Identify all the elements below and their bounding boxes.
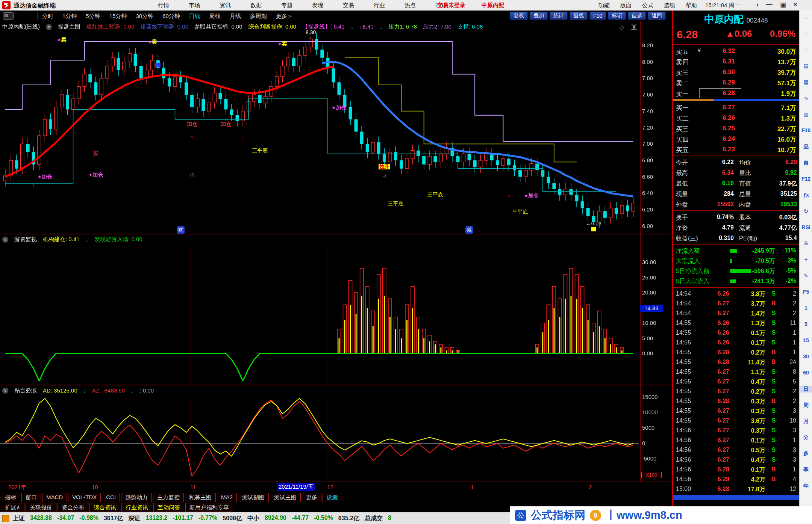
toolbar-button-标记[interactable]: 标记 [608, 12, 626, 20]
toolbar-button-复权[interactable]: 复权 [510, 12, 528, 20]
period-60[interactable]: 60 [800, 370, 812, 376]
refresh-icon[interactable]: ↻ [800, 208, 812, 214]
indicator-tab-VOL-TDX[interactable]: VOL-TDX [68, 493, 101, 502]
top-menu-item[interactable]: 选项 [664, 2, 675, 9]
indicator-tab-设置[interactable]: 设置 [323, 493, 342, 502]
market-icon[interactable] [2, 515, 9, 522]
top-menu-item[interactable]: 发现 [312, 2, 323, 9]
indicator-tab-CCI[interactable]: CCI [102, 493, 120, 502]
layout-icon[interactable] [3, 12, 14, 20]
indicator-tab-趋势动力[interactable]: 趋势动力 [121, 493, 152, 502]
ask-row[interactable]: 卖五¥6.3230.0万 [673, 46, 799, 56]
period-tab-1分钟[interactable]: 1分钟 [62, 13, 77, 20]
period-day[interactable]: 日 [800, 386, 812, 393]
panel-scroll-strip[interactable] [673, 495, 799, 500]
info-tab-关联报价[interactable]: 关联报价 [26, 503, 56, 512]
edit-icon[interactable]: ✎ [800, 273, 812, 279]
toolbar-button-F10[interactable]: F10 [589, 12, 606, 20]
top-menu-item[interactable]: 热点 [404, 2, 416, 9]
bid-row[interactable]: 买三6.2522.7万 [673, 123, 799, 134]
toolbar-button-叠加[interactable]: 叠加 [530, 12, 548, 20]
indicator-tab-私募主图[interactable]: 私募主图 [185, 493, 216, 502]
block-icon[interactable]: 品 [800, 143, 812, 150]
f10-button[interactable]: F10 [800, 127, 812, 133]
tick-row[interactable]: 14:556.280.2万B1 [673, 348, 799, 358]
period-tab-月线[interactable]: 月线 [230, 13, 241, 20]
diamond-icon[interactable]: ◇ [620, 24, 624, 31]
matrix-icon[interactable]: ▦ [800, 79, 812, 85]
period-week[interactable]: 周 [800, 402, 812, 409]
minimize-button[interactable]: — [766, 1, 773, 9]
tick-row[interactable]: 14:556.271.1万S8 [673, 367, 799, 377]
back-icon[interactable]: ← [800, 14, 812, 20]
ask-row[interactable]: 卖一6.281.9万 [673, 88, 799, 98]
up-icon[interactable]: ↑ [800, 30, 812, 36]
tick-row[interactable]: 14:566.270.5万S3 [673, 445, 799, 455]
bid-row[interactable]: 买二6.261.3万 [673, 113, 799, 123]
tick-row[interactable]: 14:556.2811.4万B24 [673, 358, 799, 367]
info-tab-互动问答[interactable]: 互动问答 [153, 503, 184, 512]
top-menu-item[interactable]: 帮助 [686, 2, 697, 9]
top-menu-item[interactable]: 数据 [250, 2, 262, 9]
active-stock-label[interactable]: 中原内配 [482, 2, 504, 9]
chart-canvas[interactable] [0, 21, 671, 492]
f5-button[interactable]: F5 [800, 289, 812, 295]
indicator-tab-主力监控[interactable]: 主力监控 [153, 493, 184, 502]
trend-icon[interactable]: ∿ [800, 95, 812, 101]
toolbar-button-返回[interactable]: 返回 [648, 12, 666, 20]
indicator-tab-测试副图[interactable]: 测试副图 [238, 493, 269, 502]
info-tab-行业资讯[interactable]: 行业资讯 [121, 503, 152, 512]
ask-row[interactable]: 卖四6.3113.7万 [673, 56, 799, 67]
info-tab-综合资讯[interactable]: 综合资讯 [89, 503, 120, 512]
info-tab-扩展∧[interactable]: 扩展∧ [1, 503, 24, 512]
period-15[interactable]: 15 [800, 337, 812, 343]
period-5[interactable]: 5 [800, 321, 812, 327]
rsi-button[interactable]: RSI [800, 224, 812, 230]
custom-button[interactable]: 自 [800, 160, 812, 166]
report-icon[interactable]: ▤ [800, 63, 812, 69]
tick-row[interactable]: 14:556.280.3万B2 [673, 397, 799, 406]
period-tab-5分钟[interactable]: 5分钟 [86, 13, 100, 20]
indicator-tab-MA2[interactable]: MA2 [217, 493, 237, 502]
top-menu-item[interactable]: 市场 [189, 2, 200, 9]
period-tab-日线[interactable]: 日线 [189, 13, 200, 20]
index-name[interactable]: 上证 [13, 515, 25, 522]
indicator-tab-测试主图[interactable]: 测试主图 [270, 493, 301, 502]
indicator-tab-指标[interactable]: 指标 [1, 493, 20, 502]
period-month[interactable]: 月 [800, 418, 812, 425]
toolbar-button-画线[interactable]: 画线 [570, 12, 588, 20]
period-tab-30分钟[interactable]: 30分钟 [136, 13, 153, 20]
event-marker[interactable]: 减 [465, 226, 473, 234]
tick-row[interactable]: 14:566.270.3万S3 [673, 426, 799, 436]
bid-row[interactable]: 买五6.2310.7万 [673, 144, 799, 155]
period-year[interactable]: 年 [800, 483, 812, 489]
pane-maximize-icon[interactable]: ▣ [631, 24, 637, 30]
period-1[interactable]: 1 [800, 305, 812, 311]
tick-row[interactable]: 14:566.270.1万S1 [673, 436, 799, 445]
index-name[interactable]: 深证 [129, 515, 141, 522]
list-icon[interactable]: ▥ [800, 111, 812, 117]
event-marker[interactable]: 财 [177, 226, 185, 234]
ask-row[interactable]: 卖三6.3039.7万 [673, 67, 799, 77]
period-tick[interactable]: 分 [800, 434, 812, 441]
tick-row[interactable]: 14:566.294.2万B4 [673, 475, 799, 485]
ask-row[interactable]: 卖二6.2957.1万 [673, 77, 799, 88]
top-menu-item[interactable]: 公式 [642, 2, 653, 9]
top-menu-item[interactable]: 版面 [620, 2, 632, 9]
top-menu-item[interactable]: 功能 [598, 2, 610, 9]
period-tab-周线[interactable]: 周线 [209, 13, 221, 20]
index-name[interactable]: 中小 [247, 515, 259, 522]
s-button[interactable]: S [800, 240, 812, 246]
tick-row[interactable]: 14:556.260.1万S1 [673, 328, 799, 338]
tick-row[interactable]: 14:556.273.6万S10 [673, 416, 799, 426]
chevron-circle-icon[interactable]: ∨ [2, 388, 8, 394]
close-button[interactable]: × [794, 1, 797, 9]
period-tab-多周期[interactable]: 多周期 [250, 13, 267, 20]
chevron-circle-icon[interactable]: ∨ [46, 24, 52, 30]
tick-row[interactable]: 14:566.280.1万B1 [673, 465, 799, 475]
tick-row[interactable]: 14:556.261.3万S11 [673, 319, 799, 328]
bid-row[interactable]: 买一6.277.1万 [673, 102, 799, 113]
restore-button[interactable]: ▣ [780, 1, 786, 9]
tick-row[interactable]: 15:006.2817.8万12 [673, 485, 799, 494]
period-quarter[interactable]: 季 [800, 467, 812, 473]
